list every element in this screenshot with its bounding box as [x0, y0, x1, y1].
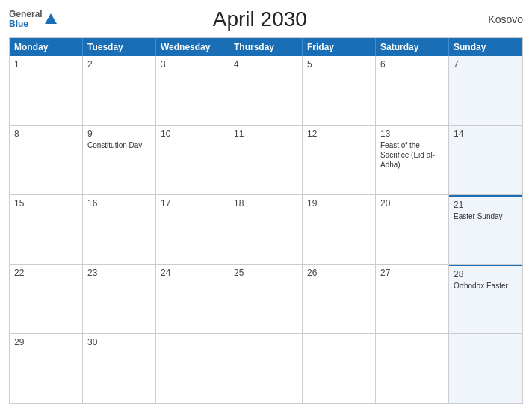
cell-3-3: 17 [156, 195, 229, 264]
header-sunday: Sunday [449, 38, 522, 56]
day-16: 16 [87, 198, 151, 208]
day-25: 25 [234, 268, 297, 278]
header: General Blue April 2030 Kosovo [9, 7, 523, 31]
cell-1-5: 5 [303, 56, 376, 125]
day-4: 4 [234, 59, 297, 69]
cell-2-7: 14 [449, 126, 522, 194]
day-7: 7 [454, 59, 518, 69]
logo-triangle-icon [45, 13, 57, 24]
header-friday: Friday [303, 38, 376, 56]
day-22: 22 [14, 268, 78, 278]
day-17: 17 [161, 198, 224, 208]
day-24: 24 [161, 268, 224, 278]
cell-4-6: 27 [376, 265, 449, 333]
cell-2-1: 8 [10, 126, 83, 194]
cell-1-1: 1 [10, 56, 83, 125]
cell-3-1: 15 [10, 195, 83, 264]
day-27: 27 [380, 268, 444, 278]
cell-4-4: 25 [229, 265, 303, 333]
day-9: 9 [87, 129, 151, 139]
day-19: 19 [307, 198, 371, 208]
event-orthodox-easter: Orthodox Easter [454, 282, 508, 290]
cell-1-3: 3 [156, 56, 229, 125]
cell-4-3: 24 [156, 265, 229, 333]
day-18: 18 [234, 198, 297, 208]
event-easter-sunday: Easter Sunday [454, 212, 503, 220]
cal-row-3: 15 16 17 18 19 20 21 Easter Sunday [10, 194, 522, 264]
day-6: 6 [380, 59, 444, 69]
calendar-title: April 2030 [57, 7, 463, 31]
cell-2-6: 13 Feast of the Sacrifice (Eid al-Adha) [376, 126, 449, 194]
cell-1-6: 6 [376, 56, 449, 125]
cell-5-5 [303, 334, 376, 403]
header-monday: Monday [10, 38, 83, 56]
cell-4-7: 28 Orthodox Easter [449, 265, 522, 333]
cell-5-1: 29 [10, 334, 83, 403]
cell-3-6: 20 [376, 195, 449, 264]
cell-1-4: 4 [229, 56, 303, 125]
day-14: 14 [454, 129, 518, 139]
calendar-header: Monday Tuesday Wednesday Thursday Friday… [10, 38, 522, 56]
cal-row-5: 29 30 [10, 333, 522, 403]
cell-5-4 [229, 334, 303, 403]
cell-1-7: 7 [449, 56, 522, 125]
day-12: 12 [307, 129, 371, 139]
calendar: Monday Tuesday Wednesday Thursday Friday… [9, 37, 523, 404]
header-wednesday: Wednesday [156, 38, 229, 56]
cell-3-5: 19 [303, 195, 376, 264]
day-23: 23 [87, 268, 151, 278]
cell-2-5: 12 [303, 126, 376, 194]
cell-3-4: 18 [229, 195, 303, 264]
logo: General Blue [9, 10, 57, 29]
header-saturday: Saturday [376, 38, 449, 56]
calendar-body: 1 2 3 4 5 6 7 8 9 Constitution Day 10 11… [10, 56, 522, 403]
cal-row-2: 8 9 Constitution Day 10 11 12 13 Feast o… [10, 125, 522, 194]
day-15: 15 [14, 198, 78, 208]
day-1: 1 [14, 59, 78, 69]
header-thursday: Thursday [229, 38, 303, 56]
day-30: 30 [87, 337, 151, 347]
day-20: 20 [380, 198, 444, 208]
cal-row-4: 22 23 24 25 26 27 28 Orthodox Easter [10, 264, 522, 333]
cell-5-3 [156, 334, 229, 403]
cell-2-4: 11 [229, 126, 303, 194]
cal-row-1: 1 2 3 4 5 6 7 [10, 56, 522, 125]
event-constitution-day: Constitution Day [87, 141, 142, 149]
country-label: Kosovo [463, 13, 523, 25]
page: General Blue April 2030 Kosovo Monday Tu… [0, 0, 532, 411]
event-eid-al-adha: Feast of the Sacrifice (Eid al-Adha) [380, 141, 435, 169]
day-26: 26 [307, 268, 371, 278]
day-10: 10 [161, 129, 224, 139]
cell-5-6 [376, 334, 449, 403]
day-29: 29 [14, 337, 78, 347]
cell-4-2: 23 [83, 265, 156, 333]
cell-2-2: 9 Constitution Day [83, 126, 156, 194]
day-2: 2 [87, 59, 151, 69]
day-8: 8 [14, 129, 78, 139]
day-5: 5 [307, 59, 371, 69]
logo-blue-text: Blue [9, 19, 43, 29]
cell-5-2: 30 [83, 334, 156, 403]
day-13: 13 [380, 129, 444, 139]
cell-3-2: 16 [83, 195, 156, 264]
day-28: 28 [454, 269, 518, 279]
cell-4-1: 22 [10, 265, 83, 333]
cell-5-7 [449, 334, 522, 403]
day-11: 11 [234, 129, 297, 139]
cell-1-2: 2 [83, 56, 156, 125]
header-tuesday: Tuesday [83, 38, 156, 56]
day-21: 21 [454, 200, 518, 210]
cell-2-3: 10 [156, 126, 229, 194]
day-3: 3 [161, 59, 224, 69]
cell-3-7: 21 Easter Sunday [449, 195, 522, 264]
cell-4-5: 26 [303, 265, 376, 333]
